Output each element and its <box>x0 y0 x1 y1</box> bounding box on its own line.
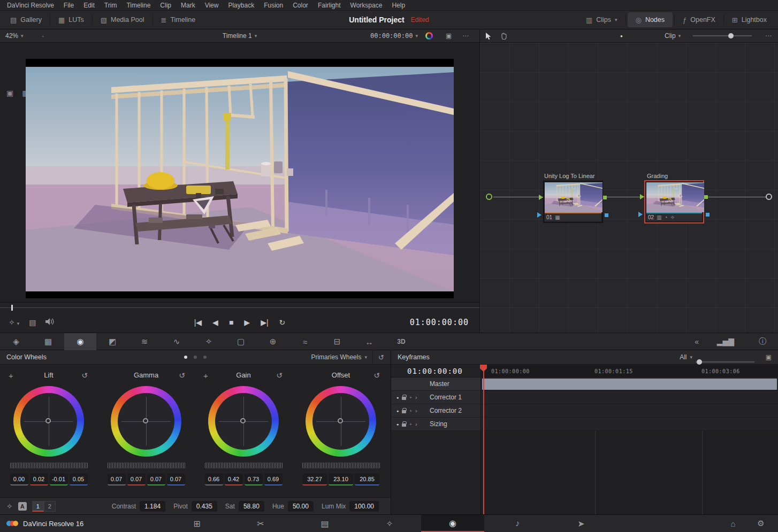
sizing-icon[interactable]: ↔ <box>353 333 385 350</box>
reset-gain-icon[interactable]: ↺ <box>276 371 283 380</box>
corrector-node-2[interactable]: 02 ▥ ◔ ✧ <box>644 180 704 223</box>
lock-icon[interactable] <box>402 423 406 427</box>
auto-color-icon[interactable]: ✧ <box>6 502 13 511</box>
stop-button[interactable]: ■ <box>229 318 233 327</box>
color-wheels-icon[interactable]: ◉ <box>64 333 96 350</box>
node-graph[interactable]: Unity Log To Linear 01 ▦ Grading <box>480 43 778 334</box>
gamma-master-wheel[interactable] <box>108 462 185 468</box>
reset-gamma-icon[interactable]: ↺ <box>179 371 185 380</box>
offset-color-wheel[interactable] <box>306 386 376 457</box>
lightbox-button[interactable]: ⊞ Lightbox <box>724 11 775 29</box>
offset-r-value[interactable]: 32.27 <box>302 474 327 485</box>
menu-fusion[interactable]: Fusion <box>259 2 288 9</box>
slider-thumb[interactable] <box>728 33 734 38</box>
gamma-color-wheel[interactable] <box>111 386 181 457</box>
luts-button[interactable]: ▦ LUTs <box>50 11 92 29</box>
offset-b-value[interactable]: 20.85 <box>355 474 379 485</box>
expand-viewer-button[interactable]: ▣ <box>446 29 452 42</box>
key-output-connector[interactable] <box>706 213 710 217</box>
track-row-master[interactable]: Master <box>391 377 480 391</box>
hue-value[interactable]: 50.00 <box>288 501 314 512</box>
gain-b-value[interactable]: 0.69 <box>264 474 283 485</box>
page-fairlight[interactable]: ♪ <box>502 515 532 532</box>
openfx-button[interactable]: ƒ OpenFX <box>675 11 723 29</box>
keyframe-diamond-icon[interactable]: + <box>409 422 412 427</box>
reset-offset-icon[interactable]: ↺ <box>373 371 380 380</box>
gamma-r-value[interactable]: 0.07 <box>127 474 146 485</box>
power-windows-icon[interactable]: ▢ <box>225 333 257 350</box>
color-match-icon[interactable]: ▦ <box>32 333 64 350</box>
camera-raw-icon[interactable]: ◈ <box>0 333 32 350</box>
lift-color-wheel[interactable] <box>13 386 84 457</box>
menu-clip[interactable]: Clip <box>155 2 176 9</box>
enable-dot-icon[interactable]: ● <box>396 396 399 399</box>
node-mode-select[interactable]: Clip ▾ <box>665 29 681 42</box>
motion-effects-icon[interactable]: ≋ <box>128 333 161 350</box>
scrub-playhead[interactable] <box>11 305 13 311</box>
node-zoom-slider[interactable] <box>693 29 752 42</box>
key-input-connector[interactable] <box>537 212 541 218</box>
gain-wheel-indicator[interactable] <box>240 418 246 423</box>
viewer-scrub-bar[interactable] <box>0 302 480 312</box>
lift-r-value[interactable]: 0.02 <box>30 474 48 485</box>
loop-button[interactable]: ↻ <box>279 318 286 327</box>
contrast-value[interactable]: 1.184 <box>140 501 165 512</box>
lum-mix-value[interactable]: 100.00 <box>349 501 379 512</box>
offset-wheel-indicator[interactable] <box>338 418 343 423</box>
keyframes-filter-select[interactable]: All ▾ <box>680 350 692 364</box>
timeline-select[interactable]: Timeline 1 ▾ <box>223 29 257 42</box>
page-fusion[interactable]: ✧ <box>375 515 405 532</box>
menu-edit[interactable]: Edit <box>79 2 100 9</box>
menu-view[interactable]: View <box>200 2 224 9</box>
gain-r-value[interactable]: 0.42 <box>225 474 243 485</box>
menu-fairlight[interactable]: Fairlight <box>313 2 346 9</box>
master-track[interactable] <box>481 377 778 391</box>
node-options-button[interactable]: ⋯ <box>765 29 772 42</box>
split-screen-icon[interactable]: « <box>695 333 699 350</box>
keyframes-ruler[interactable]: 01:00:00:00 01:00:01:15 01:00:03:06 <box>480 365 778 377</box>
page-edit[interactable]: ▤ <box>310 515 340 532</box>
page-cut[interactable]: ✂ <box>246 515 276 532</box>
rgb-input-connector[interactable] <box>640 194 644 199</box>
menu-help[interactable]: Help <box>387 2 410 9</box>
keyframe-diamond-icon[interactable]: + <box>409 395 412 400</box>
keyframes-zoom-slider[interactable] <box>696 357 754 364</box>
layers-icon[interactable]: ▤ <box>29 318 36 327</box>
pan-tool-icon[interactable] <box>500 29 507 42</box>
pivot-value[interactable]: 0.435 <box>192 501 217 512</box>
chevron-right-icon[interactable]: › <box>415 421 417 427</box>
offset-g-value[interactable]: 23.10 <box>329 474 353 485</box>
zoom-select[interactable]: 42% ▾ <box>5 29 24 42</box>
rgb-output-connector[interactable] <box>704 195 708 199</box>
track-row-corrector-1[interactable]: ● + › Corrector 1 <box>391 391 480 404</box>
stereo-3d-icon[interactable]: 3D <box>385 333 417 350</box>
master-clip-bar[interactable] <box>482 379 777 390</box>
reset-all-icon[interactable]: ↺ <box>372 350 384 364</box>
gamma-g-value[interactable]: 0.07 <box>147 474 165 485</box>
media-pool-button[interactable]: ▧ Media Pool <box>93 11 152 29</box>
node-tree-output[interactable] <box>766 194 772 200</box>
source-input-node[interactable] <box>486 194 492 200</box>
jump-end-button[interactable]: ▶| <box>261 318 268 327</box>
enable-dot-icon[interactable]: ● <box>396 409 399 413</box>
play-reverse-button[interactable]: ◀ <box>212 318 218 327</box>
blur-icon[interactable]: ≈ <box>289 333 321 350</box>
reset-lift-icon[interactable]: ↺ <box>81 371 88 380</box>
lock-icon[interactable] <box>402 397 406 400</box>
expand-panel-icon[interactable]: ▣ <box>766 350 772 364</box>
timeline-button[interactable]: ≣ Timeline <box>153 11 204 29</box>
lift-master-wheel[interactable] <box>10 462 88 468</box>
corrector-2-track[interactable] <box>481 404 778 418</box>
tracker-icon[interactable]: ⊕ <box>257 333 289 350</box>
printer-lights-icon[interactable]: + <box>203 371 208 380</box>
lift-y-value[interactable]: 0.00 <box>10 474 28 485</box>
image-wipe-icon[interactable]: ▣ <box>6 89 13 97</box>
menu-workspace[interactable]: Workspace <box>346 2 387 9</box>
node-zoom-dot[interactable]: ● <box>620 29 623 42</box>
keyframes-track-area[interactable] <box>480 377 778 514</box>
qualifier-icon[interactable]: ✧ <box>193 333 225 350</box>
wheel-page-tab-1[interactable]: 1 <box>32 501 44 512</box>
printer-lights-icon[interactable]: + <box>9 371 13 380</box>
bypass-grades-button[interactable] <box>425 29 433 42</box>
gain-master-wheel[interactable] <box>205 462 283 468</box>
